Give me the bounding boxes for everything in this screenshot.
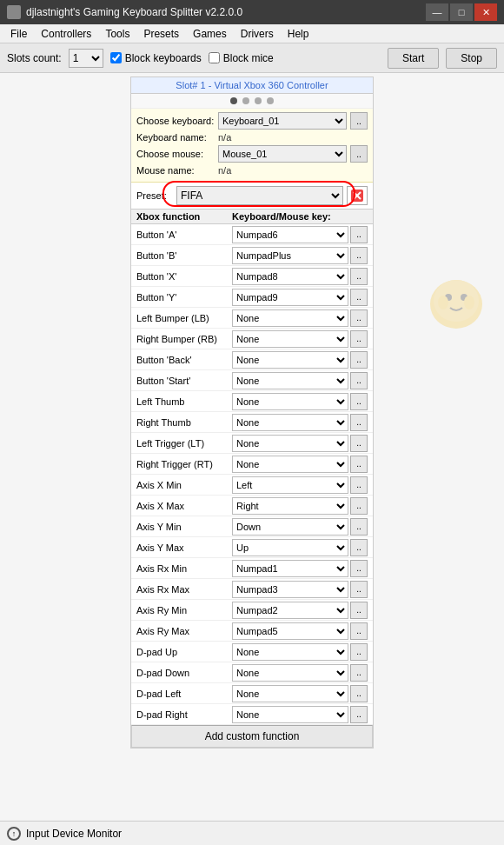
keyboard-name-row: Keyboard name: n/a [136,132,368,143]
mapping-extra-btn[interactable]: .. [350,497,368,515]
mapping-name: Button 'B' [136,250,232,261]
block-keyboards-checkbox[interactable] [110,52,122,63]
dot-1[interactable] [230,97,237,104]
mapping-extra-btn[interactable]: .. [350,309,368,327]
mapping-name: Axis X Min [136,480,232,490]
mapping-extra-btn[interactable]: .. [350,706,368,723]
mapping-name: Right Bumper (RB) [136,334,232,344]
x-icon [351,190,363,202]
mapping-key-select[interactable]: NoneLeftRightUpDownNumpad0Numpad1Numpad2… [232,539,348,556]
block-mice-group: Block mice [209,52,274,64]
mapping-key-select[interactable]: NoneLeftRightUpDownNumpad0Numpad1Numpad2… [232,351,348,369]
mapping-key-select[interactable]: NoneLeftRightUpDownNumpad0Numpad1Numpad2… [232,309,348,327]
mapping-extra-btn[interactable]: .. [350,539,368,556]
mapping-key-select[interactable]: NoneLeftRightUpDownNumpad0Numpad1Numpad2… [232,560,348,577]
mapping-row: Button 'Start'NoneLeftRightUpDownNumpad0… [131,370,373,391]
close-button[interactable]: ✕ [474,3,497,21]
mapping-extra-btn[interactable]: .. [350,351,368,369]
slots-label: Slots count: [7,52,62,64]
slot-panel: Slot# 1 - Virtual Xbox 360 Controller Ch… [130,77,374,749]
mapping-key-select[interactable]: NoneLeftRightUpDownNumpad0Numpad1Numpad2… [232,289,348,306]
mapping-extra-btn[interactable]: .. [350,414,368,431]
mapping-name: Right Thumb [136,417,232,428]
mapping-key-select[interactable]: NoneLeftRightUpDownNumpad0Numpad1Numpad2… [232,330,348,348]
mapping-extra-btn[interactable]: .. [350,643,368,661]
menu-drivers[interactable]: Drivers [234,26,281,42]
mapping-key-select[interactable]: NoneLeftRightUpDownNumpad0Numpad1Numpad2… [232,622,348,640]
dot-4[interactable] [267,97,274,104]
menu-presets[interactable]: Presets [136,26,186,42]
mapping-key-select[interactable]: NoneLeftRightUpDownNumpad0Numpad1Numpad2… [232,226,348,243]
mapping-key-select[interactable]: NoneLeftRightUpDownNumpad0Numpad1Numpad2… [232,581,348,598]
mapping-extra-btn[interactable]: .. [350,372,368,389]
mapping-name: Right Trigger (RT) [136,459,232,469]
mapping-name: D-pad Left [136,689,232,699]
mapping-extra-btn[interactable]: .. [350,602,368,619]
mapping-key-select[interactable]: NoneLeftRightUpDownNumpad0Numpad1Numpad2… [232,247,348,264]
mouse-config-btn[interactable]: .. [350,145,368,163]
col-xbox-header: Xbox function [136,211,232,222]
mapping-row: Axis Rx MinNoneLeftRightUpDownNumpad0Num… [131,558,373,579]
dot-2[interactable] [242,97,249,104]
menu-help[interactable]: Help [281,26,316,42]
dot-3[interactable] [255,97,262,104]
keyboard-config-btn[interactable]: .. [350,112,368,130]
menu-tools[interactable]: Tools [98,26,136,42]
stop-button[interactable]: Stop [446,48,497,69]
preset-row: Preset: FIFA None Custom [131,183,373,210]
add-function-button[interactable]: Add custom function [131,725,373,748]
preset-select[interactable]: FIFA None Custom [176,186,343,205]
mapping-key-select[interactable]: NoneLeftRightUpDownNumpad0Numpad1Numpad2… [232,435,348,452]
mapping-key-select[interactable]: NoneLeftRightUpDownNumpad0Numpad1Numpad2… [232,685,348,702]
slots-select[interactable]: 1234 [69,49,103,68]
block-mice-checkbox[interactable] [209,52,220,63]
mapping-extra-btn[interactable]: .. [350,685,368,702]
mapping-key-select[interactable]: NoneLeftRightUpDownNumpad0Numpad1Numpad2… [232,664,348,682]
menu-games[interactable]: Games [186,26,234,42]
mapping-key-select[interactable]: NoneLeftRightUpDownNumpad0Numpad1Numpad2… [232,643,348,661]
minimize-button[interactable]: — [426,3,448,21]
mapping-key-select[interactable]: NoneLeftRightUpDownNumpad0Numpad1Numpad2… [232,518,348,536]
mapping-extra-btn[interactable]: .. [350,476,368,494]
mapping-extra-btn[interactable]: .. [350,435,368,452]
start-button[interactable]: Start [388,48,439,69]
menu-controllers[interactable]: Controllers [34,26,98,42]
mapping-name: Button 'X' [136,271,232,282]
keyboard-select[interactable]: Keyboard_01 [218,112,347,130]
mapping-row: Left Bumper (LB)NoneLeftRightUpDownNumpa… [131,308,373,329]
mapping-extra-btn[interactable]: .. [350,456,368,473]
mapping-key-select[interactable]: NoneLeftRightUpDownNumpad0Numpad1Numpad2… [232,372,348,389]
mapping-extra-btn[interactable]: .. [350,226,368,243]
mapping-name: Button 'Back' [136,355,232,365]
status-label: Input Device Monitor [26,828,122,840]
mapping-name: Axis X Max [136,501,232,511]
mapping-extra-btn[interactable]: .. [350,247,368,264]
mapping-row: Axis Y MinNoneLeftRightUpDownNumpad0Nump… [131,516,373,537]
mapping-key-select[interactable]: NoneLeftRightUpDownNumpad0Numpad1Numpad2… [232,414,348,431]
mapping-extra-btn[interactable]: .. [350,518,368,536]
mapping-key-select[interactable]: NoneLeftRightUpDownNumpad0Numpad1Numpad2… [232,497,348,515]
mapping-extra-btn[interactable]: .. [350,622,368,640]
preset-clear-button[interactable] [347,186,368,205]
mapping-row: Right ThumbNoneLeftRightUpDownNumpad0Num… [131,412,373,433]
maximize-button[interactable]: □ [450,3,473,21]
mapping-row: Button 'X'NoneLeftRightUpDownNumpad0Nump… [131,266,373,287]
mapping-extra-btn[interactable]: .. [350,289,368,306]
mapping-extra-btn[interactable]: .. [350,560,368,577]
mapping-extra-btn[interactable]: .. [350,393,368,410]
keyboard-name-label: Keyboard name: [136,132,215,143]
mapping-extra-btn[interactable]: .. [350,268,368,285]
mapping-extra-btn[interactable]: .. [350,330,368,348]
mapping-key-select[interactable]: NoneLeftRightUpDownNumpad0Numpad1Numpad2… [232,393,348,410]
mapping-row: Axis Y MaxNoneLeftRightUpDownNumpad0Nump… [131,537,373,558]
mapping-extra-btn[interactable]: .. [350,664,368,682]
mapping-key-select[interactable]: NoneLeftRightUpDownNumpad0Numpad1Numpad2… [232,268,348,285]
mapping-key-select[interactable]: NoneLeftRightUpDownNumpad0Numpad1Numpad2… [232,706,348,723]
mapping-key-select[interactable]: NoneLeftRightUpDownNumpad0Numpad1Numpad2… [232,456,348,473]
mapping-extra-btn[interactable]: .. [350,581,368,598]
mapping-key-select[interactable]: NoneLeftRightUpDownNumpad0Numpad1Numpad2… [232,476,348,494]
mapping-name: D-pad Down [136,668,232,678]
mouse-select[interactable]: Mouse_01 [218,145,347,163]
mapping-key-select[interactable]: NoneLeftRightUpDownNumpad0Numpad1Numpad2… [232,602,348,619]
menu-file[interactable]: File [3,26,34,42]
